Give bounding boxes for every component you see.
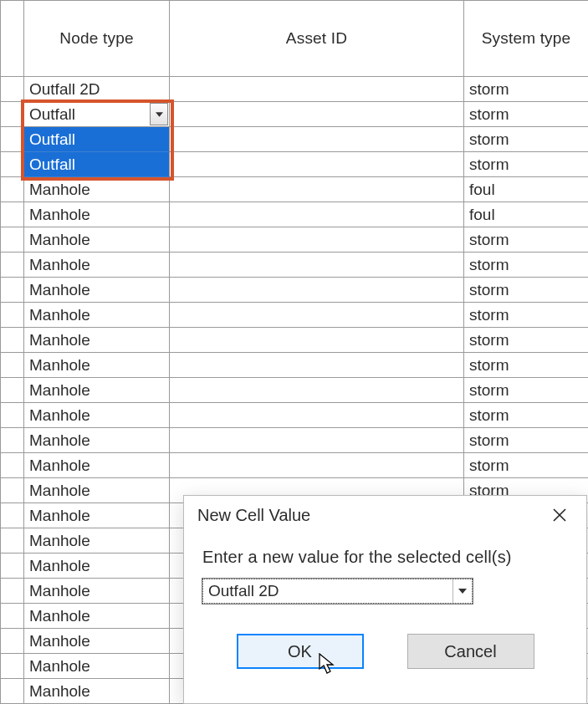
asset-id-cell[interactable] xyxy=(170,253,464,278)
node-type-cell[interactable]: Manhole xyxy=(24,202,170,227)
row-index-cell[interactable] xyxy=(1,303,24,328)
system-type-cell[interactable]: storm xyxy=(464,378,589,403)
node-type-cell[interactable]: Manhole xyxy=(24,453,170,478)
node-type-cell[interactable]: Manhole xyxy=(24,654,170,679)
system-type-cell[interactable]: storm xyxy=(464,253,589,278)
row-index-cell[interactable] xyxy=(1,428,24,453)
row-index-cell[interactable] xyxy=(1,353,24,378)
system-type-cell[interactable]: storm xyxy=(464,127,589,152)
table-row[interactable]: Manholestorm xyxy=(1,328,589,353)
row-index-cell[interactable] xyxy=(1,554,24,579)
system-type-cell[interactable]: storm xyxy=(464,303,589,328)
row-index-cell[interactable] xyxy=(1,378,24,403)
row-index-cell[interactable] xyxy=(1,177,24,202)
system-type-cell[interactable]: storm xyxy=(464,353,589,378)
node-type-cell[interactable]: Manhole xyxy=(24,428,170,453)
system-type-cell[interactable]: foul xyxy=(464,177,589,202)
node-type-cell[interactable]: Manhole xyxy=(24,227,170,253)
table-row[interactable]: Manholestorm xyxy=(1,403,589,428)
row-index-cell[interactable] xyxy=(1,127,24,152)
node-type-cell[interactable]: Outfall xyxy=(24,102,170,127)
node-type-cell[interactable]: Manhole xyxy=(24,303,170,328)
asset-id-cell[interactable] xyxy=(170,202,464,227)
node-type-cell[interactable]: Outfall xyxy=(24,152,170,177)
node-type-cell[interactable]: Manhole xyxy=(24,629,170,654)
node-type-cell[interactable]: Manhole xyxy=(24,177,170,202)
asset-id-cell[interactable] xyxy=(170,127,464,152)
table-row[interactable]: Outfallstorm xyxy=(1,152,589,177)
asset-id-cell[interactable] xyxy=(170,303,464,328)
system-type-cell[interactable]: storm xyxy=(464,403,589,428)
row-index-cell[interactable] xyxy=(1,629,24,654)
system-type-cell[interactable]: storm xyxy=(464,453,589,478)
row-index-cell[interactable] xyxy=(1,227,24,253)
node-type-cell[interactable]: Manhole xyxy=(24,604,170,629)
header-asset-id[interactable]: Asset ID xyxy=(170,1,464,77)
node-type-cell[interactable]: Manhole xyxy=(24,378,170,403)
row-index-cell[interactable] xyxy=(1,679,24,704)
header-index[interactable] xyxy=(1,1,24,77)
asset-id-cell[interactable] xyxy=(170,428,464,453)
system-type-cell[interactable]: storm xyxy=(464,102,589,127)
cancel-button[interactable]: Cancel xyxy=(407,634,534,669)
row-index-cell[interactable] xyxy=(1,77,24,102)
row-index-cell[interactable] xyxy=(1,528,24,554)
node-type-cell[interactable]: Manhole xyxy=(24,579,170,604)
row-index-cell[interactable] xyxy=(1,253,24,278)
table-row[interactable]: Manholestorm xyxy=(1,453,589,478)
asset-id-cell[interactable] xyxy=(170,227,464,253)
asset-id-cell[interactable] xyxy=(170,403,464,428)
row-index-cell[interactable] xyxy=(1,328,24,353)
row-index-cell[interactable] xyxy=(1,503,24,528)
row-index-cell[interactable] xyxy=(1,278,24,303)
combobox-dropdown-button[interactable] xyxy=(453,579,472,603)
header-system-type[interactable]: System type xyxy=(464,1,589,77)
asset-id-cell[interactable] xyxy=(170,177,464,202)
asset-id-cell[interactable] xyxy=(170,353,464,378)
node-type-cell[interactable]: Outfall 2D xyxy=(24,77,170,102)
table-row[interactable]: Manholestorm xyxy=(1,378,589,403)
node-type-cell[interactable]: Manhole xyxy=(24,403,170,428)
node-type-cell[interactable]: Manhole xyxy=(24,679,170,704)
row-index-cell[interactable] xyxy=(1,453,24,478)
node-type-cell[interactable]: Outfall xyxy=(24,127,170,152)
node-type-cell[interactable]: Manhole xyxy=(24,554,170,579)
system-type-cell[interactable]: storm xyxy=(464,152,589,177)
table-row[interactable]: Manholestorm xyxy=(1,253,589,278)
row-index-cell[interactable] xyxy=(1,403,24,428)
cell-dropdown-button[interactable] xyxy=(150,103,168,125)
row-index-cell[interactable] xyxy=(1,202,24,227)
node-type-cell[interactable]: Manhole xyxy=(24,503,170,528)
table-row[interactable]: Outfallstorm xyxy=(1,127,589,152)
node-type-cell[interactable]: Manhole xyxy=(24,328,170,353)
table-row[interactable]: Manholestorm xyxy=(1,278,589,303)
row-index-cell[interactable] xyxy=(1,579,24,604)
asset-id-cell[interactable] xyxy=(170,77,464,102)
header-node-type[interactable]: Node type xyxy=(24,1,170,77)
system-type-cell[interactable]: storm xyxy=(464,328,589,353)
table-row[interactable]: Outfallstorm xyxy=(1,102,589,127)
table-row[interactable]: Manholestorm xyxy=(1,428,589,453)
node-type-cell[interactable]: Manhole xyxy=(24,478,170,503)
node-type-cell[interactable]: Manhole xyxy=(24,528,170,554)
table-row[interactable]: Manholestorm xyxy=(1,353,589,378)
system-type-cell[interactable]: storm xyxy=(464,278,589,303)
dialog-close-button[interactable] xyxy=(546,502,573,528)
asset-id-cell[interactable] xyxy=(170,328,464,353)
asset-id-cell[interactable] xyxy=(170,453,464,478)
system-type-cell[interactable]: storm xyxy=(464,428,589,453)
table-row[interactable]: Manholefoul xyxy=(1,202,589,227)
table-row[interactable]: Outfall 2Dstorm xyxy=(1,77,589,102)
asset-id-cell[interactable] xyxy=(170,152,464,177)
table-row[interactable]: Manholefoul xyxy=(1,177,589,202)
node-type-cell[interactable]: Manhole xyxy=(24,253,170,278)
node-type-cell[interactable]: Manhole xyxy=(24,278,170,303)
asset-id-cell[interactable] xyxy=(170,278,464,303)
dialog-value-combobox[interactable]: Outfall 2D xyxy=(202,579,473,604)
system-type-cell[interactable]: foul xyxy=(464,202,589,227)
table-row[interactable]: Manholestorm xyxy=(1,303,589,328)
row-index-cell[interactable] xyxy=(1,102,24,127)
system-type-cell[interactable]: storm xyxy=(464,77,589,102)
asset-id-cell[interactable] xyxy=(170,378,464,403)
row-index-cell[interactable] xyxy=(1,604,24,629)
